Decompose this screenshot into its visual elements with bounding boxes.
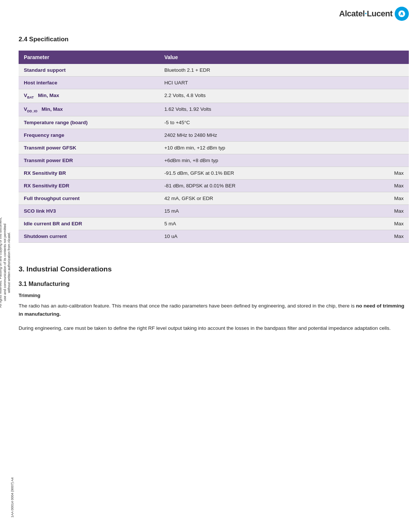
table-row: RX Sensitivity EDR-81 dBm, 8DPSK at 0.01…: [19, 180, 409, 192]
table-row: Transmit power EDR+6dBm min, +8 dBm typ: [19, 154, 409, 167]
value-cell: Bluetooth 2.1 + EDR: [159, 64, 360, 77]
param-cell: Full throughput current: [19, 192, 159, 205]
max-cell: Max: [360, 230, 409, 243]
main-content: 2.4 Specification Parameter Value Standa…: [0, 25, 420, 349]
trimming-bold-text: no need of trimming in manufacturing.: [19, 303, 404, 317]
param-cell: Shutdown current: [19, 230, 159, 243]
param-cell: Transmit power EDR: [19, 154, 159, 167]
document-id: 1AA 00014 0004 (9007) A4: [10, 477, 14, 518]
value-cell: -91.5 dBm, GFSK at 0.1% BER: [159, 167, 360, 180]
param-cell: Idle current BR and EDR: [19, 218, 159, 230]
table-row: Transmit power GFSK+10 dBm min, +12 dBm …: [19, 142, 409, 154]
param-cell: VBAT Min, Max: [19, 89, 159, 103]
section-24-heading: 2.4 Specification: [19, 36, 409, 43]
value-cell: +6dBm min, +8 dBm typ: [159, 154, 360, 167]
page-header: Alcatel·Lucent: [0, 0, 420, 25]
specification-table: Parameter Value Standard supportBluetoot…: [19, 51, 409, 243]
col-value-header: Value: [159, 51, 409, 64]
param-cell: Host interface: [19, 77, 159, 89]
table-row: VDD_IO Min, Max1.62 Volts, 1.92 Volts: [19, 103, 409, 116]
max-cell: Max: [360, 205, 409, 218]
table-row: Temperature range (board)-5 to +45°C: [19, 116, 409, 129]
param-cell: VDD_IO Min, Max: [19, 103, 159, 116]
trimming-label: Trimming: [19, 293, 409, 298]
max-cell: [360, 129, 409, 142]
param-cell: Standard support: [19, 64, 159, 77]
sidebar-watermark: All rights reserved. Passing on and copy…: [0, 0, 10, 525]
value-cell: -81 dBm, 8DPSK at 0.01% BER: [159, 180, 360, 192]
param-cell: RX Sensitivity BR: [19, 167, 159, 180]
param-cell: SCO link HV3: [19, 205, 159, 218]
section-31-heading: 3.1 Manufacturing: [19, 281, 409, 287]
table-row: Full throughput current42 mA, GFSK or ED…: [19, 192, 409, 205]
max-cell: [360, 103, 409, 116]
value-cell: 2.2 Volts, 4.8 Volts: [159, 89, 360, 103]
table-row: Frequency range2402 MHz to 2480 MHz: [19, 129, 409, 142]
section-24: 2.4 Specification Parameter Value Standa…: [19, 36, 409, 243]
max-cell: Max: [360, 218, 409, 230]
max-cell: [360, 142, 409, 154]
sidebar-line2: use and communication of its contents no…: [3, 224, 7, 301]
param-cell: Temperature range (board): [19, 116, 159, 129]
trimming-paragraph-1: The radio has an auto-calibration featur…: [19, 302, 409, 318]
value-cell: +10 dBm min, +12 dBm typ: [159, 142, 360, 154]
max-cell: [360, 116, 409, 129]
param-cell: Frequency range: [19, 129, 159, 142]
param-cell: Transmit power GFSK: [19, 142, 159, 154]
trimming-paragraph-2: During engineering, care must be taken t…: [19, 324, 409, 332]
section-3: 3. Industrial Considerations 3.1 Manufac…: [19, 265, 409, 332]
table-row: Host interfaceHCI UART: [19, 77, 409, 89]
value-cell: 1.62 Volts, 1.92 Volts: [159, 103, 360, 116]
param-cell: RX Sensitivity EDR: [19, 180, 159, 192]
logo: Alcatel·Lucent: [339, 7, 409, 21]
section-3-heading: 3. Industrial Considerations: [19, 265, 409, 273]
table-row: VBAT Min, Max2.2 Volts, 4.8 Volts: [19, 89, 409, 103]
table-row: Shutdown current10 uAMax: [19, 230, 409, 243]
value-cell: HCI UART: [159, 77, 360, 89]
max-cell: [360, 154, 409, 167]
sidebar-line1: All rights reserved. Passing on and copy…: [0, 217, 2, 308]
max-cell: Max: [360, 167, 409, 180]
alcatel-lucent-symbol: [397, 9, 406, 18]
table-header-row: Parameter Value: [19, 51, 409, 64]
logo-text: Alcatel·Lucent: [339, 9, 392, 19]
table-row: SCO link HV315 mAMax: [19, 205, 409, 218]
value-cell: 15 mA: [159, 205, 360, 218]
sidebar-line3: without written authorization from Alcat…: [7, 232, 11, 293]
table-row: RX Sensitivity BR-91.5 dBm, GFSK at 0.1%…: [19, 167, 409, 180]
value-cell: 10 uA: [159, 230, 360, 243]
max-cell: [360, 64, 409, 77]
logo-icon: [395, 7, 409, 21]
max-cell: Max: [360, 192, 409, 205]
value-cell: 5 mA: [159, 218, 360, 230]
table-row: Idle current BR and EDR5 mAMax: [19, 218, 409, 230]
max-cell: [360, 77, 409, 89]
value-cell: -5 to +45°C: [159, 116, 360, 129]
max-cell: Max: [360, 180, 409, 192]
value-cell: 2402 MHz to 2480 MHz: [159, 129, 360, 142]
max-cell: [360, 89, 409, 103]
value-cell: 42 mA, GFSK or EDR: [159, 192, 360, 205]
table-row: Standard supportBluetooth 2.1 + EDR: [19, 64, 409, 77]
col-parameter-header: Parameter: [19, 51, 159, 64]
